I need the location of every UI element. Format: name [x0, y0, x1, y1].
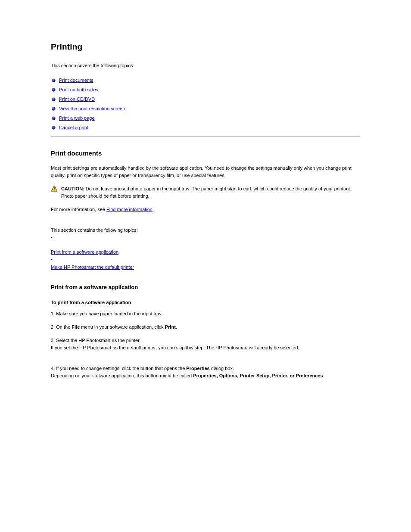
text-fragment: For more information, see — [51, 207, 106, 212]
step-text: 2. On the File menu in your software app… — [51, 324, 360, 331]
section-heading-print-documents: Print documents — [51, 149, 360, 157]
bold-text: Print — [165, 324, 176, 330]
section-divider — [51, 136, 360, 137]
svg-point-1 — [52, 88, 55, 91]
svg-point-4 — [52, 116, 55, 120]
toc-link-print-cd-dvd[interactable]: Print on CD/DVD — [59, 96, 95, 102]
toc-item: Print on CD/DVD — [52, 96, 360, 102]
step-text: 1. Make sure you have paper loaded in th… — [51, 310, 360, 317]
bold-text: File — [72, 324, 80, 330]
toc-list: Print documents Print on both sides Prin… — [52, 78, 360, 130]
procedure-heading: To print from a software application — [51, 300, 360, 305]
link-make-default-printer[interactable]: Make HP Photosmart the default printer — [51, 264, 134, 270]
body-paragraph: This section contains the following topi… — [51, 219, 360, 271]
svg-point-3 — [52, 107, 55, 110]
svg-rect-8 — [54, 190, 54, 190]
toc-item: Print on both sides — [52, 87, 360, 92]
text-fragment: . — [176, 324, 177, 330]
svg-point-0 — [52, 78, 55, 82]
toc-link-print-documents[interactable]: Print documents — [59, 78, 93, 83]
toc-link-cancel-print[interactable]: Cancel a print — [59, 125, 88, 130]
svg-point-5 — [52, 126, 55, 129]
toc-item: Print documents — [52, 78, 360, 83]
link-find-more-info[interactable]: Find more information — [106, 207, 153, 212]
caution-block: CAUTION: Do not leave unused photo paper… — [51, 185, 360, 200]
toc-link-view-resolution[interactable]: View the print resolution screen — [59, 106, 125, 111]
page-title: Printing — [51, 42, 360, 52]
caution-body: Do not leave unused photo paper in the i… — [61, 186, 351, 199]
toc-item: Print a web page — [52, 115, 360, 121]
bullet-icon — [52, 78, 56, 82]
caution-text: CAUTION: Do not leave unused photo paper… — [61, 185, 360, 200]
bullet-icon — [52, 88, 56, 92]
bold-text: Properties — [186, 366, 209, 371]
toc-link-print-both-sides[interactable]: Print on both sides — [59, 87, 98, 92]
caution-label: CAUTION: — [61, 186, 84, 191]
intro-text: This section covers the following topics… — [51, 63, 360, 68]
svg-point-2 — [52, 97, 55, 101]
text-fragment: . — [153, 207, 154, 212]
text-fragment: • — [51, 257, 53, 262]
bullet-icon — [52, 97, 56, 101]
body-paragraph: For more information, see Find more info… — [51, 206, 360, 213]
bullet-icon — [52, 107, 56, 111]
step-text: 4. If you need to change settings, click… — [51, 358, 360, 380]
link-print-from-app[interactable]: Print from a software application — [51, 249, 118, 255]
bold-text: Properties, Options, Printer Setup, Prin… — [193, 373, 323, 378]
bullet-icon — [52, 116, 56, 120]
body-paragraph: Most print settings are automatically ha… — [51, 165, 360, 179]
bullet-icon — [52, 126, 56, 130]
toc-item: Cancel a print — [52, 125, 360, 130]
svg-rect-7 — [54, 187, 54, 190]
text-fragment: This section contains the following topi… — [51, 227, 138, 240]
text-fragment: 2. On the — [51, 324, 72, 330]
text-fragment: 4. If you need to change settings, click… — [51, 366, 186, 371]
text-fragment: menu in your software application, click — [80, 324, 165, 330]
step-text: 3. Select the HP Photosmart as the print… — [51, 337, 360, 352]
subsection-heading: Print from a software application — [51, 284, 360, 290]
caution-icon — [51, 185, 58, 192]
toc-item: View the print resolution screen — [52, 106, 360, 111]
text-fragment: . — [323, 373, 324, 378]
toc-link-print-web-page[interactable]: Print a web page — [59, 115, 95, 121]
